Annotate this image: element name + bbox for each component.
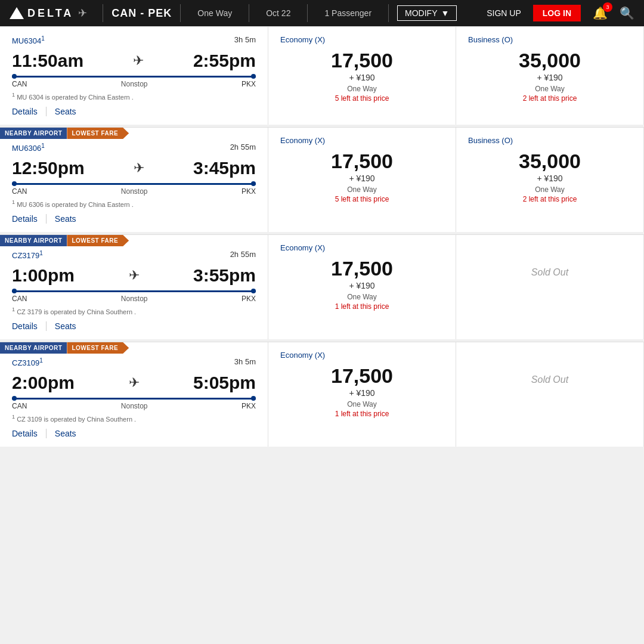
flight-header-row: 2h 55m MU63061 [12, 143, 256, 153]
seats-link[interactable]: Seats [46, 429, 85, 438]
flight-number: MU63061 [12, 144, 45, 153]
economy-fare-cell[interactable]: Economy (X) 17,500 + ¥190 One Way 1 left… [268, 235, 456, 339]
economy-trip-type: One Way [347, 85, 377, 93]
header-right: SIGN UP LOG IN 🔔 3 🔍 [487, 5, 634, 21]
destination-airport: PKX [242, 295, 256, 303]
departure-time: 1:00pm [12, 265, 75, 286]
flight-times: 12:50pm ✈ 3:45pm [12, 158, 256, 178]
chevron-down-icon: ▼ [441, 8, 450, 18]
sold-out-label: Sold Out [531, 374, 568, 385]
notification-badge: 3 [603, 2, 612, 12]
route-display: CAN - PEK [112, 7, 172, 20]
origin-airport: CAN [12, 187, 27, 196]
flight-action-links: Details Seats [12, 321, 256, 331]
destination-airport: PKX [242, 187, 256, 196]
flight-number: CZ31791 [12, 251, 43, 260]
seats-link[interactable]: Seats [46, 321, 85, 331]
nearby-airport-badge: NEARBY AIRPORT [0, 235, 67, 246]
economy-trip-type: One Way [347, 293, 377, 301]
economy-fare-cell[interactable]: Economy (X) 17,500 + ¥190 One Way 5 left… [268, 128, 456, 232]
details-link[interactable]: Details [12, 107, 46, 116]
origin-airport: CAN [12, 402, 27, 410]
economy-trip-type: One Way [347, 400, 377, 408]
economy-miles: 17,500 [331, 151, 393, 171]
flight-times: 2:00pm ✈ 5:05pm [12, 373, 256, 393]
flight-header-row: 2h 55m CZ31791 [12, 250, 256, 261]
departure-time: 11:50am [12, 51, 83, 71]
business-trip-type: One Way [535, 85, 565, 93]
delta-globe-icon: ✈ [78, 7, 87, 20]
airports-row: CAN Nonstop PKX [12, 80, 256, 88]
business-fare-cell[interactable]: Business (O) 35,000 + ¥190 One Way 2 lef… [456, 128, 644, 232]
modify-button[interactable]: MODIFY ▼ [397, 5, 457, 21]
economy-fare-cell[interactable]: Economy (X) 17,500 + ¥190 One Way 1 left… [268, 342, 456, 447]
search-icon[interactable]: 🔍 [620, 6, 634, 20]
business-fare-cell[interactable]: Sold Out [456, 235, 644, 339]
flight-header-row: 3h 5m MU63041 [12, 35, 256, 46]
business-fare-cell[interactable]: Business (O) 35,000 + ¥190 One Way 2 lef… [456, 27, 644, 125]
flight-row: NEARBY AIRPORT LOWEST FARE 2h 55m CZ3179… [0, 234, 644, 339]
flight-badges: NEARBY AIRPORT LOWEST FARE [0, 128, 256, 139]
flight-times: 11:50am ✈ 2:55pm [12, 51, 256, 71]
flight-badges: NEARBY AIRPORT LOWEST FARE [0, 235, 256, 246]
departure-time: 2:00pm [12, 373, 75, 393]
flight-info-cell: 3h 5m MU63041 11:50am ✈ 2:55pm CAN Nonst… [0, 27, 268, 125]
delta-wordmark: DELTA [27, 7, 73, 20]
economy-fare-cell[interactable]: Economy (X) 17,500 + ¥190 One Way 5 left… [268, 27, 456, 125]
stop-type: Nonstop [121, 187, 148, 196]
flight-info-cell: NEARBY AIRPORT LOWEST FARE 2h 55m CZ3179… [0, 235, 268, 339]
origin-airport: CAN [12, 295, 27, 303]
destination-airport: PKX [242, 80, 256, 88]
nearby-airport-badge: NEARBY AIRPORT [0, 128, 67, 139]
operated-by: 1 CZ 3179 is operated by China Southern … [12, 306, 256, 315]
economy-miles: 17,500 [331, 50, 393, 70]
trip-type: One Way [189, 8, 240, 18]
flight-row: NEARBY AIRPORT LOWEST FARE 3h 5m CZ31091… [0, 342, 644, 447]
origin-airport: CAN [12, 80, 27, 88]
economy-cash: + ¥190 [349, 388, 374, 398]
economy-availability: 5 left at this price [335, 195, 389, 203]
flight-action-links: Details Seats [12, 429, 256, 438]
airports-row: CAN Nonstop PKX [12, 402, 256, 410]
header-divider-4 [307, 4, 308, 22]
header: DELTA ✈ CAN - PEK One Way Oct 22 1 Passe… [0, 0, 644, 26]
business-fare-cell[interactable]: Sold Out [456, 342, 644, 447]
flight-progress-bar [12, 76, 256, 78]
economy-class-label: Economy (X) [280, 35, 325, 44]
economy-class-label: Economy (X) [280, 351, 325, 360]
economy-availability: 1 left at this price [335, 410, 389, 418]
seats-link[interactable]: Seats [46, 214, 85, 224]
arrival-time: 2:55pm [193, 51, 256, 71]
flight-info-cell: NEARBY AIRPORT LOWEST FARE 3h 5m CZ31091… [0, 342, 268, 447]
economy-trip-type: One Way [347, 185, 377, 194]
stop-type: Nonstop [121, 402, 148, 410]
seats-link[interactable]: Seats [46, 107, 85, 116]
footnote-marker: 1 [39, 250, 43, 256]
operated-by: 1 MU 6304 is operated by China Eastern . [12, 92, 256, 101]
flight-row: NEARBY AIRPORT LOWEST FARE 2h 55m MU6306… [0, 127, 644, 232]
details-link[interactable]: Details [12, 321, 46, 331]
footnote-marker: 1 [41, 143, 45, 149]
flight-badges: NEARBY AIRPORT LOWEST FARE [0, 342, 256, 354]
business-availability: 2 left at this price [523, 94, 577, 103]
economy-class-label: Economy (X) [280, 243, 325, 252]
footnote-marker: 1 [39, 357, 43, 364]
business-class-label: Business (O) [468, 35, 513, 44]
economy-miles: 17,500 [331, 258, 393, 278]
business-miles: 35,000 [519, 50, 581, 70]
delta-logo: DELTA ✈ [10, 7, 87, 20]
details-link[interactable]: Details [12, 429, 46, 438]
flight-results: 3h 5m MU63041 11:50am ✈ 2:55pm CAN Nonst… [0, 26, 644, 447]
signup-link[interactable]: SIGN UP [487, 8, 521, 18]
business-cash: + ¥190 [537, 174, 562, 183]
flight-duration: 3h 5m [234, 35, 256, 44]
arrival-time: 5:05pm [193, 373, 256, 393]
login-button[interactable]: LOG IN [533, 5, 581, 21]
destination-airport: PKX [242, 402, 256, 410]
details-link[interactable]: Details [12, 214, 46, 224]
flight-duration: 3h 5m [234, 357, 256, 366]
header-divider-3 [249, 4, 249, 22]
arrival-time: 3:55pm [193, 265, 256, 286]
departure-time: 12:50pm [12, 158, 85, 178]
notifications-button[interactable]: 🔔 3 [593, 6, 608, 20]
